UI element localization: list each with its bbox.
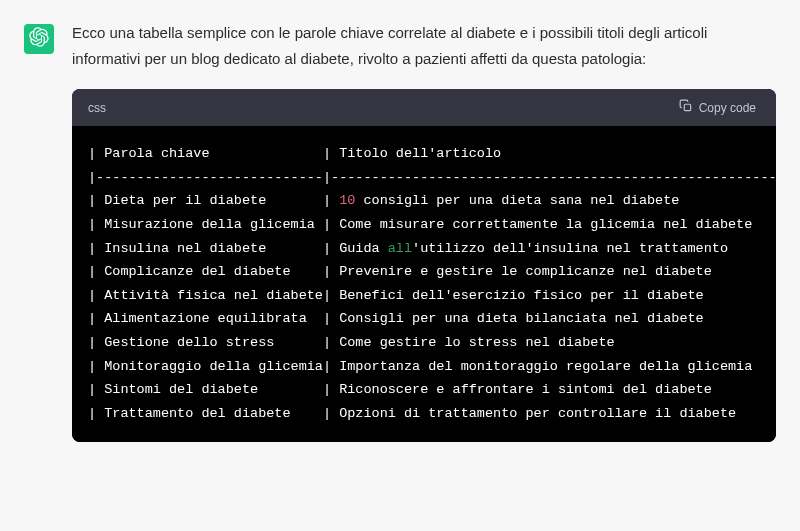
clipboard-icon xyxy=(679,99,693,116)
code-header: css Copy code xyxy=(72,89,776,126)
message-content: Ecco una tabella semplice con le parole … xyxy=(72,20,776,442)
code-content: | Parola chiave | Titolo dell'articolo |… xyxy=(88,142,760,426)
intro-paragraph: Ecco una tabella semplice con le parole … xyxy=(72,20,776,71)
code-language-label: css xyxy=(88,101,106,115)
assistant-message: Ecco una tabella semplice con le parole … xyxy=(24,20,776,442)
code-body[interactable]: | Parola chiave | Titolo dell'articolo |… xyxy=(72,126,776,442)
assistant-avatar xyxy=(24,24,54,54)
openai-logo-icon xyxy=(29,27,49,51)
copy-code-label: Copy code xyxy=(699,101,756,115)
copy-code-button[interactable]: Copy code xyxy=(675,97,760,118)
svg-rect-0 xyxy=(684,104,690,110)
code-block: css Copy code | Parola chiave | Titolo d… xyxy=(72,89,776,442)
